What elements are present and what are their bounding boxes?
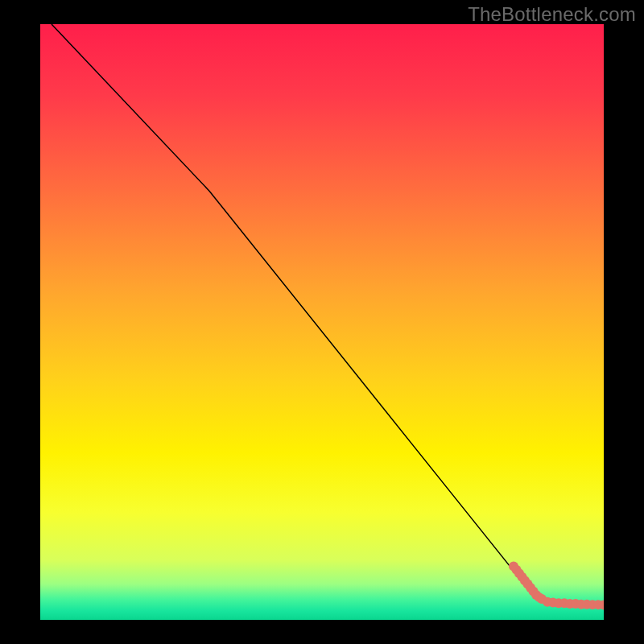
watermark-label: TheBottleneck.com bbox=[468, 3, 636, 26]
chart-svg bbox=[40, 24, 604, 620]
plot-area bbox=[40, 24, 604, 620]
chart-background bbox=[40, 24, 604, 620]
chart-frame: TheBottleneck.com bbox=[0, 0, 644, 644]
